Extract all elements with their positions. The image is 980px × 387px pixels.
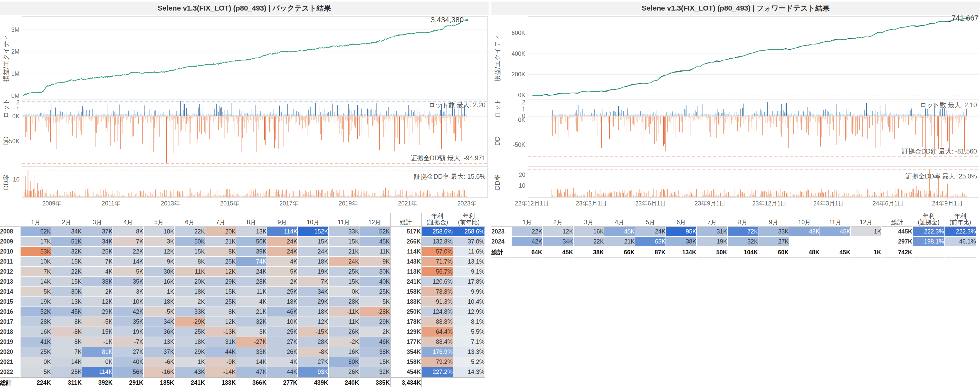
dd-bar[interactable] bbox=[764, 117, 765, 117]
lot-bar[interactable] bbox=[217, 115, 218, 116]
ddrate-bar[interactable] bbox=[142, 192, 142, 197]
ddrate-bar[interactable] bbox=[201, 193, 201, 197]
dd-bar[interactable] bbox=[132, 117, 132, 118]
lot-bar[interactable] bbox=[383, 115, 383, 116]
lot-bar[interactable] bbox=[935, 114, 935, 116]
ddrate-bar[interactable] bbox=[300, 192, 301, 197]
dd-bar[interactable] bbox=[572, 117, 573, 118]
dd-bar[interactable] bbox=[953, 117, 954, 119]
dd-bar[interactable] bbox=[956, 117, 957, 122]
dd-bar[interactable] bbox=[122, 117, 123, 134]
lot-bar[interactable] bbox=[66, 114, 67, 116]
lot-bar[interactable] bbox=[731, 115, 732, 116]
lot-bar[interactable] bbox=[896, 114, 896, 116]
ddrate-bar[interactable] bbox=[757, 196, 757, 197]
dd-bar[interactable] bbox=[715, 117, 716, 120]
lot-bar[interactable] bbox=[106, 114, 106, 116]
lot-bar[interactable] bbox=[936, 115, 936, 116]
dd-bar[interactable] bbox=[115, 117, 116, 125]
dd-bar[interactable] bbox=[688, 117, 689, 117]
lot-bar[interactable] bbox=[862, 115, 863, 116]
dd-bar[interactable] bbox=[966, 117, 967, 120]
lot-bar[interactable] bbox=[205, 115, 206, 116]
lot-bar[interactable] bbox=[168, 116, 169, 116]
lot-bar[interactable] bbox=[259, 114, 259, 116]
ddrate-bar[interactable] bbox=[119, 196, 119, 197]
lot-bar[interactable] bbox=[291, 114, 292, 116]
ddrate-bar[interactable] bbox=[748, 190, 748, 197]
lot-bar[interactable] bbox=[748, 115, 748, 116]
month-pl-cell[interactable]: 29K bbox=[205, 277, 236, 287]
ddrate-bar[interactable] bbox=[611, 192, 612, 197]
lot-bar[interactable] bbox=[94, 115, 94, 116]
lot-bar[interactable] bbox=[212, 115, 213, 116]
lot-bar[interactable] bbox=[111, 114, 112, 116]
lot-bar[interactable] bbox=[927, 109, 928, 116]
lot-bar[interactable] bbox=[942, 115, 942, 116]
ddrate-bar[interactable] bbox=[164, 190, 165, 197]
dd-bar[interactable] bbox=[266, 117, 267, 117]
ddrate-bar[interactable] bbox=[148, 193, 148, 197]
dd-bar[interactable] bbox=[634, 117, 635, 126]
ddrate-bar[interactable] bbox=[179, 190, 179, 197]
ddrate-bar[interactable] bbox=[405, 194, 406, 197]
dd-bar[interactable] bbox=[174, 117, 175, 119]
ddrate-bar[interactable] bbox=[850, 191, 850, 197]
lot-bar[interactable] bbox=[563, 116, 564, 116]
lot-bar[interactable] bbox=[754, 113, 754, 116]
ddrate-bar[interactable] bbox=[398, 195, 398, 197]
lot-bar[interactable] bbox=[621, 110, 622, 116]
dd-bar[interactable] bbox=[824, 117, 824, 121]
ddrate-bar[interactable] bbox=[145, 194, 146, 197]
lot-bar[interactable] bbox=[362, 109, 362, 116]
lot-bar[interactable] bbox=[603, 115, 604, 116]
lot-bar[interactable] bbox=[898, 114, 899, 116]
dd-bar[interactable] bbox=[449, 117, 449, 118]
month-pl-cell[interactable]: 11K bbox=[236, 287, 267, 297]
dd-bar[interactable] bbox=[921, 117, 922, 118]
ddrate-bar[interactable] bbox=[460, 189, 460, 197]
dd-bar[interactable] bbox=[840, 117, 840, 123]
ddrate-bar[interactable] bbox=[807, 189, 807, 197]
lot-bar[interactable] bbox=[81, 112, 82, 116]
lot-bar[interactable] bbox=[324, 115, 325, 116]
dd-bar[interactable] bbox=[950, 117, 950, 130]
lot-bar[interactable] bbox=[914, 115, 915, 116]
ddrate-bar[interactable] bbox=[315, 195, 315, 197]
ddrate-bar[interactable] bbox=[637, 196, 638, 197]
ddrate-bar[interactable] bbox=[729, 192, 729, 197]
lot-bar[interactable] bbox=[365, 114, 366, 116]
dd-bar[interactable] bbox=[629, 117, 630, 120]
lot-bar[interactable] bbox=[614, 115, 614, 116]
dd-bar[interactable] bbox=[888, 117, 888, 124]
ddrate-bar[interactable] bbox=[30, 181, 31, 197]
dd-bar[interactable] bbox=[323, 117, 323, 120]
dd-bar[interactable] bbox=[318, 117, 319, 122]
lot-bar[interactable] bbox=[83, 106, 83, 116]
lot-bar[interactable] bbox=[239, 115, 239, 116]
ddrate-bar[interactable] bbox=[921, 195, 922, 197]
lot-bar[interactable] bbox=[208, 114, 209, 116]
dd-bar[interactable] bbox=[114, 117, 114, 123]
lot-bar[interactable] bbox=[439, 115, 439, 116]
dd-bar[interactable] bbox=[835, 117, 835, 147]
lot-bar[interactable] bbox=[959, 114, 959, 116]
lot-bar[interactable] bbox=[161, 115, 161, 116]
grand-total-cell[interactable]: 742K bbox=[882, 247, 913, 258]
month-pl-cell[interactable]: 25K bbox=[205, 297, 236, 307]
ddrate-bar[interactable] bbox=[327, 191, 328, 197]
ddrate-bar[interactable] bbox=[585, 195, 585, 197]
lot-bar[interactable] bbox=[902, 114, 902, 116]
dd-bar[interactable] bbox=[825, 117, 826, 119]
lot-bar[interactable] bbox=[885, 114, 885, 116]
ddrate-bar[interactable] bbox=[871, 196, 872, 197]
ddrate-bar[interactable] bbox=[193, 196, 194, 197]
lot-bar[interactable] bbox=[452, 115, 452, 116]
ddrate-bar[interactable] bbox=[775, 194, 775, 197]
lot-bar[interactable] bbox=[411, 115, 411, 116]
dd-bar[interactable] bbox=[236, 117, 237, 122]
dd-bar[interactable] bbox=[772, 117, 773, 117]
lot-bar[interactable] bbox=[215, 114, 216, 116]
lot-bar[interactable] bbox=[80, 114, 80, 116]
dd-bar[interactable] bbox=[678, 117, 679, 118]
